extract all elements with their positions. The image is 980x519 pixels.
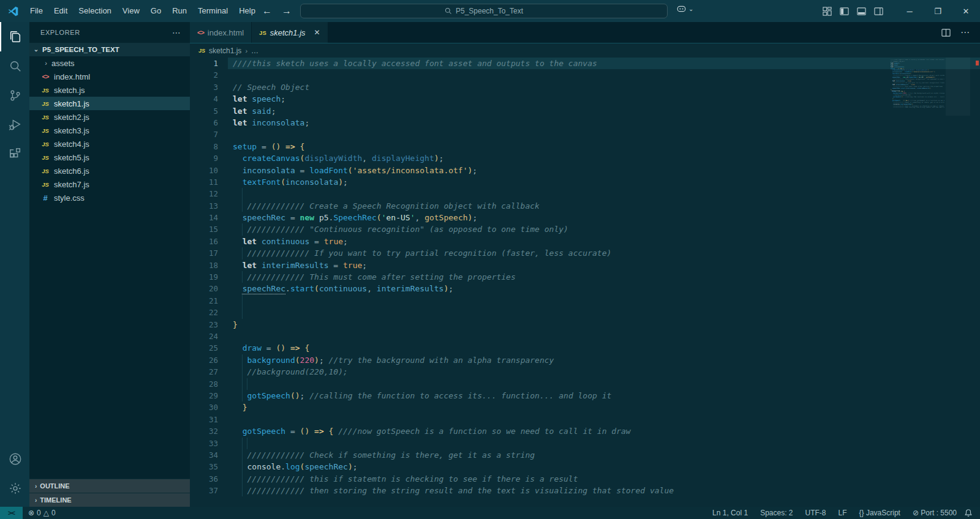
line-number[interactable]: 4: [190, 93, 233, 105]
line-number[interactable]: 30: [190, 401, 233, 413]
back-arrow-icon[interactable]: ←: [262, 6, 272, 17]
code-line-content[interactable]: [233, 378, 980, 390]
code-line-25[interactable]: 25 draw = () => {: [190, 342, 980, 354]
line-number[interactable]: 27: [190, 366, 233, 378]
line-number[interactable]: 22: [190, 307, 233, 318]
problems-status[interactable]: ⊗0△0: [23, 509, 56, 517]
code-line-content[interactable]: background(220); //try the background wi…: [233, 354, 980, 366]
code-line-content[interactable]: //background(220,10);: [233, 366, 980, 378]
line-number[interactable]: 8: [190, 141, 233, 152]
warnings-status[interactable]: △0: [43, 509, 56, 517]
code-line-content[interactable]: [233, 330, 980, 342]
line-number[interactable]: 7: [190, 129, 233, 140]
code-line-2[interactable]: 2: [190, 69, 980, 81]
copilot-menu[interactable]: ⌄: [676, 4, 693, 13]
toggle-primary-sidebar-icon[interactable]: [840, 7, 849, 16]
code-line-content[interactable]: setup = () => {: [233, 141, 980, 152]
code-line-content[interactable]: inconsolata = loadFont('assets/inconsola…: [233, 165, 980, 176]
menu-terminal[interactable]: Terminal: [192, 0, 233, 22]
line-number[interactable]: 14: [190, 212, 233, 223]
menu-help[interactable]: Help: [233, 0, 261, 22]
file-row-index-html[interactable]: <>index.html: [29, 70, 190, 83]
live-server-port[interactable]: ⊘ Port : 5500: [913, 509, 957, 517]
notifications-bell-icon[interactable]: [964, 509, 980, 517]
line-number[interactable]: 28: [190, 378, 233, 390]
line-number[interactable]: 17: [190, 247, 233, 259]
line-number[interactable]: 19: [190, 271, 233, 283]
source-control-icon[interactable]: [0, 81, 29, 110]
toggle-panel-icon[interactable]: [857, 7, 866, 16]
line-number[interactable]: 34: [190, 449, 233, 461]
remote-indicator[interactable]: ><: [0, 507, 23, 519]
code-line-content[interactable]: textFont(inconsolata);: [233, 176, 980, 188]
code-line-16[interactable]: 16 let continuous = true;: [190, 236, 980, 247]
code-line-content[interactable]: let speech;: [233, 93, 980, 105]
close-button[interactable]: ✕: [952, 0, 980, 22]
code-line-content[interactable]: [233, 188, 980, 200]
code-line-content[interactable]: draw = () => {: [233, 342, 980, 354]
code-line-12[interactable]: 12: [190, 188, 980, 200]
line-number[interactable]: 31: [190, 414, 233, 425]
code-line-21[interactable]: 21: [190, 295, 980, 307]
code-line-content[interactable]: //////////// This must come after settin…: [233, 271, 980, 283]
code-line-content[interactable]: createCanvas(displayWidth, displayHeight…: [233, 152, 980, 164]
code-line-36[interactable]: 36 //////////// this if statemtn is chec…: [190, 473, 980, 485]
code-line-content[interactable]: let continuous = true;: [233, 236, 980, 247]
cursor-position[interactable]: Ln 1, Col 1: [712, 509, 748, 517]
settings-gear-icon[interactable]: [0, 474, 29, 503]
line-number[interactable]: 5: [190, 105, 233, 117]
code-line-content[interactable]: let inconsolata;: [233, 117, 980, 129]
code-line-6[interactable]: 6let inconsolata;: [190, 117, 980, 129]
code-line-27[interactable]: 27 //background(220,10);: [190, 366, 980, 378]
code-line-content[interactable]: }: [233, 401, 980, 413]
line-number[interactable]: 18: [190, 260, 233, 271]
code-line-content[interactable]: let said;: [233, 105, 980, 117]
file-row-sketch7-js[interactable]: JSsketch7.js: [29, 177, 190, 191]
explorer-icon[interactable]: [0, 22, 29, 51]
code-line-content[interactable]: ///////////// If you want to try partial…: [233, 247, 980, 259]
code-line-4[interactable]: 4let speech;: [190, 93, 980, 105]
code-line-19[interactable]: 19 //////////// This must come after set…: [190, 271, 980, 283]
code-line-37[interactable]: 37 //////////// then storing the string …: [190, 485, 980, 496]
line-number[interactable]: 21: [190, 295, 233, 307]
line-number[interactable]: 12: [190, 188, 233, 200]
code-line-17[interactable]: 17 ///////////// If you want to try part…: [190, 247, 980, 259]
language-mode[interactable]: {} JavaScript: [859, 509, 900, 517]
code-line-29[interactable]: 29 gotSpeech(); //calling the function t…: [190, 390, 980, 401]
code-line-7[interactable]: 7: [190, 129, 980, 140]
code-line-15[interactable]: 15 //////////// "Continuous recognition"…: [190, 223, 980, 235]
code-line-content[interactable]: speechRec.start(continuous, interimResul…: [233, 283, 980, 294]
code-line-content[interactable]: [233, 307, 980, 318]
code-line-content[interactable]: //////////// this if statemtn is checkin…: [233, 473, 980, 485]
code-line-14[interactable]: 14 speechRec = new p5.SpeechRec('en-US',…: [190, 212, 980, 223]
indentation[interactable]: Spaces: 2: [760, 509, 793, 517]
code-line-34[interactable]: 34 //////////// Check if something is th…: [190, 449, 980, 461]
file-row-assets[interactable]: ›assets: [29, 56, 190, 70]
line-number[interactable]: 24: [190, 330, 233, 342]
file-row-sketch4-js[interactable]: JSsketch4.js: [29, 137, 190, 151]
split-editor-icon[interactable]: [941, 28, 951, 37]
line-number[interactable]: 33: [190, 438, 233, 449]
project-root-row[interactable]: ⌄ P5_SPEECH_TO_TEXT: [29, 43, 190, 56]
code-line-11[interactable]: 11 textFont(inconsolata);: [190, 176, 980, 188]
code-line-content[interactable]: //////////// "Continuous recognition" (a…: [233, 223, 980, 235]
code-line-10[interactable]: 10 inconsolata = loadFont('assets/incons…: [190, 165, 980, 176]
menu-edit[interactable]: Edit: [48, 0, 73, 22]
code-line-35[interactable]: 35 console.log(speechRec);: [190, 461, 980, 472]
code-line-content[interactable]: // Speech Object: [233, 81, 980, 93]
line-number[interactable]: 29: [190, 390, 233, 401]
line-number[interactable]: 15: [190, 223, 233, 235]
code-line-content[interactable]: [233, 129, 980, 140]
code-line-28[interactable]: 28: [190, 378, 980, 390]
code-line-18[interactable]: 18 let interimResults = true;: [190, 260, 980, 271]
close-icon[interactable]: ✕: [314, 28, 320, 37]
code-line-22[interactable]: 22: [190, 307, 980, 318]
breadcrumb-file[interactable]: sketch1.js: [209, 47, 241, 55]
code-line-content[interactable]: console.log(speechRec);: [233, 461, 980, 472]
code-line-1[interactable]: 1////this sketch uses a locally accessed…: [190, 58, 980, 69]
code-line-20[interactable]: 20 speechRec.start(continuous, interimRe…: [190, 283, 980, 294]
eol-sequence[interactable]: LF: [839, 509, 847, 517]
code-line-content[interactable]: }: [233, 319, 980, 330]
code-line-32[interactable]: 32 gotSpeech = () => { ////now gotSpeech…: [190, 425, 980, 437]
line-number[interactable]: 1: [190, 58, 233, 69]
